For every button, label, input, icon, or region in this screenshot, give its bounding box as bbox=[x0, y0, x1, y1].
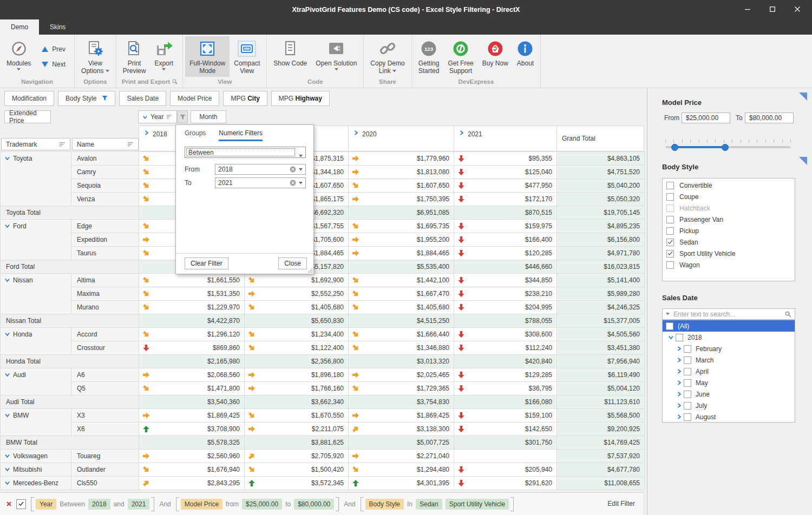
filter-operator-combobox[interactable]: Between bbox=[185, 147, 306, 158]
column-header-2021[interactable]: 2021 bbox=[454, 126, 557, 151]
row-group-ford[interactable]: Ford bbox=[1, 220, 71, 260]
model-price-collapse-corner[interactable] bbox=[799, 93, 807, 101]
filter-field-body-style[interactable]: Body Style bbox=[58, 91, 115, 106]
filter-value-chip[interactable]: $25,000.00 bbox=[242, 499, 282, 510]
dropdown-caret-icon[interactable] bbox=[299, 182, 303, 184]
filter-field-model-price[interactable]: Model Price bbox=[170, 91, 219, 106]
filter-value-chip[interactable]: Sport Utility Vehicle bbox=[446, 499, 509, 510]
slider-min-thumb[interactable] bbox=[671, 144, 678, 151]
filter-field-chip[interactable]: Year bbox=[36, 499, 56, 510]
ribbon-button-about[interactable]: About bbox=[513, 36, 538, 77]
expand-chevron-right-icon[interactable] bbox=[677, 358, 682, 362]
filter-field-chip[interactable]: Model Price bbox=[181, 499, 222, 510]
body-style-collapse-corner[interactable] bbox=[799, 157, 807, 165]
ribbon-button-export[interactable]: Export bbox=[150, 36, 178, 77]
popup-tab-numeric-filters[interactable]: Numeric Filters bbox=[219, 125, 263, 141]
ribbon-button-compact-view[interactable]: CompactView bbox=[230, 36, 264, 77]
collapse-chevron-down-icon[interactable] bbox=[5, 467, 10, 472]
minimize-button[interactable] bbox=[735, 0, 760, 18]
ribbon-button-getting-started[interactable]: 123GettingStarted bbox=[414, 36, 444, 77]
tab-skins[interactable]: Skins bbox=[39, 19, 76, 35]
collapse-chevron-down-icon[interactable] bbox=[5, 332, 10, 336]
sales-date-node-june[interactable]: June bbox=[663, 388, 795, 400]
expand-chevron-right-icon[interactable] bbox=[195, 115, 196, 120]
sales-date-node-august[interactable]: August bbox=[663, 411, 795, 422]
checkbox[interactable] bbox=[684, 345, 691, 353]
sales-date-node-march[interactable]: March bbox=[663, 354, 795, 366]
row-group-toyota[interactable]: Toyota bbox=[1, 152, 71, 206]
collapse-chevron-down-icon[interactable] bbox=[5, 223, 10, 228]
checkbox[interactable] bbox=[666, 261, 674, 269]
row-group-honda[interactable]: Honda bbox=[1, 328, 71, 355]
row-group-bmw[interactable]: BMW bbox=[1, 409, 71, 436]
expand-chevron-right-icon[interactable] bbox=[677, 346, 682, 351]
sales-date-node-july[interactable]: July bbox=[663, 400, 795, 411]
expand-chevron-right-icon[interactable] bbox=[677, 369, 682, 374]
sales-date-node-april[interactable]: April bbox=[663, 366, 795, 377]
clear-value-icon[interactable] bbox=[290, 180, 296, 186]
body-style-item-convertible[interactable]: Convertible bbox=[663, 180, 795, 191]
collapse-chevron-down-icon[interactable] bbox=[5, 413, 10, 418]
filter-field-mpg-city[interactable]: MPG City bbox=[223, 91, 267, 106]
expand-chevron-right-icon[interactable] bbox=[677, 392, 682, 397]
checkbox[interactable] bbox=[666, 216, 674, 223]
row-field-trademark[interactable]: Trademark bbox=[1, 138, 70, 150]
edit-filter-button[interactable]: Edit Filter bbox=[607, 500, 635, 507]
body-style-item-pickup[interactable]: Pickup bbox=[663, 225, 795, 236]
ribbon-button-view-options[interactable]: ViewOptions bbox=[77, 36, 114, 77]
row-field-name[interactable]: Name bbox=[72, 138, 139, 150]
sales-date-search-input[interactable]: Enter text to search... bbox=[662, 308, 795, 320]
filter-field-mpg-highway[interactable]: MPG Highway bbox=[271, 91, 330, 106]
checkbox[interactable] bbox=[684, 356, 691, 364]
slider-max-thumb[interactable] bbox=[722, 144, 729, 151]
expand-chevron-right-icon[interactable] bbox=[353, 130, 358, 135]
filter-value-chip[interactable]: 2021 bbox=[128, 499, 150, 510]
filter-value-chip[interactable]: $80,000.00 bbox=[294, 499, 334, 510]
checkbox[interactable] bbox=[666, 227, 674, 235]
popup-from-input[interactable]: 2018 bbox=[215, 164, 306, 175]
expand-chevron-right-icon[interactable] bbox=[459, 130, 464, 135]
checkbox[interactable] bbox=[666, 182, 674, 189]
ribbon-button-show-code[interactable]: Show Code bbox=[269, 36, 311, 77]
body-style-item-coupe[interactable]: Coupe bbox=[663, 191, 795, 202]
model-price-from-input[interactable]: $25,000.00 bbox=[682, 113, 730, 123]
ribbon-button-open-solution[interactable]: Open Solution bbox=[311, 36, 361, 77]
dropdown-caret-icon[interactable] bbox=[299, 168, 303, 171]
column-field-month[interactable]: Month bbox=[191, 110, 226, 123]
sales-date-node-all[interactable]: (All) bbox=[663, 320, 795, 332]
body-style-item-passenger-van[interactable]: Passenger Van bbox=[663, 214, 795, 225]
column-field-year[interactable]: Year bbox=[138, 110, 177, 123]
ribbon-button-modules[interactable]: Modules bbox=[2, 36, 35, 77]
maximize-button[interactable] bbox=[760, 0, 785, 18]
expand-chevron-right-icon[interactable] bbox=[677, 414, 682, 419]
sales-date-node-may[interactable]: May bbox=[663, 377, 795, 388]
filter-field-chip[interactable]: Body Style bbox=[365, 499, 404, 510]
ribbon-button-get-free-support[interactable]: Get FreeSupport bbox=[443, 36, 477, 77]
checkbox[interactable] bbox=[666, 250, 674, 258]
filter-field-sales-date[interactable]: Sales Date bbox=[119, 91, 166, 106]
checkbox[interactable] bbox=[676, 334, 683, 341]
ribbon-button-print-preview[interactable]: PrintPreview bbox=[119, 36, 150, 77]
collapse-chevron-down-icon[interactable] bbox=[5, 156, 10, 161]
collapse-chevron-down-icon[interactable] bbox=[5, 480, 10, 485]
filter-value-chip[interactable]: 2018 bbox=[88, 499, 110, 510]
row-group-nissan[interactable]: Nissan bbox=[1, 274, 71, 314]
sales-date-node-2018[interactable]: 2018 bbox=[663, 332, 795, 343]
filter-enabled-checkbox[interactable] bbox=[16, 499, 26, 509]
row-group-mitsubishi[interactable]: Mitsubishi bbox=[1, 463, 71, 477]
row-group-volkswagen[interactable]: Volkswagen bbox=[1, 450, 71, 463]
checkbox[interactable] bbox=[684, 391, 691, 398]
model-price-to-input[interactable]: $80,000.00 bbox=[745, 113, 794, 123]
ribbon-button-copy-demo-link[interactable]: Copy DemoLink bbox=[366, 36, 409, 77]
ribbon-button-buy-now[interactable]: Buy Now bbox=[478, 36, 513, 77]
ribbon-button-next[interactable]: Next bbox=[42, 61, 66, 68]
collapse-chevron-down-icon[interactable] bbox=[143, 115, 147, 120]
popup-to-input[interactable]: 2021 bbox=[215, 177, 306, 188]
clear-value-icon[interactable] bbox=[290, 166, 296, 173]
ribbon-button-full-window-mode[interactable]: Full-WindowMode bbox=[185, 36, 230, 77]
expand-chevron-right-icon[interactable] bbox=[677, 380, 682, 385]
checkbox[interactable] bbox=[666, 322, 673, 330]
close-button[interactable] bbox=[785, 0, 810, 18]
checkbox[interactable] bbox=[684, 413, 691, 421]
ribbon-button-prev[interactable]: Prev bbox=[42, 45, 66, 53]
